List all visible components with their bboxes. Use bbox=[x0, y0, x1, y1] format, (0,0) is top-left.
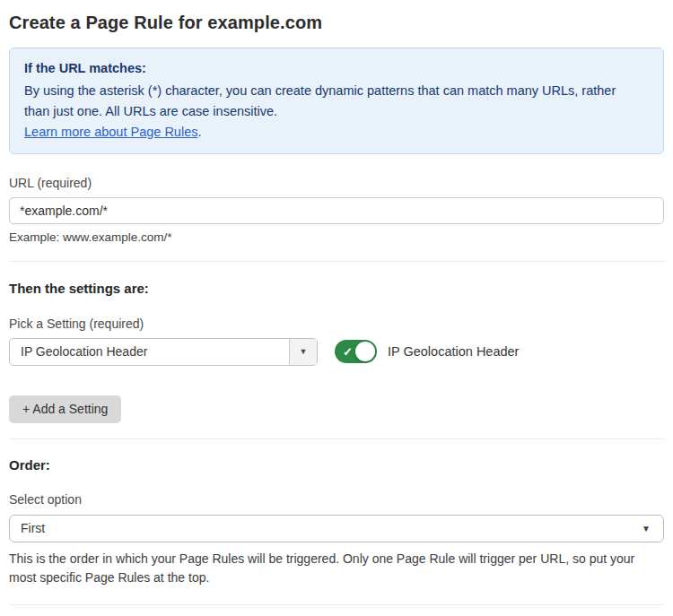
create-page-rule-form: Create a Page Rule for example.com If th… bbox=[0, 13, 673, 616]
info-box-link-line: Learn more about Page Rules. bbox=[24, 122, 649, 143]
toggle-knob bbox=[355, 342, 375, 361]
learn-more-link[interactable]: Learn more about Page Rules bbox=[24, 125, 197, 139]
setting-select[interactable]: IP Geolocation Header ▼ bbox=[9, 338, 318, 366]
order-section-heading: Order: bbox=[9, 457, 664, 473]
divider bbox=[9, 261, 664, 262]
divider bbox=[9, 438, 664, 439]
settings-section-heading: Then the settings are: bbox=[9, 281, 664, 296]
pick-setting-label: Pick a Setting (required) bbox=[9, 317, 664, 331]
order-helper-text: This is the order in which your Page Rul… bbox=[9, 550, 664, 588]
url-field-label: URL (required) bbox=[9, 176, 664, 190]
page-title: Create a Page Rule for example.com bbox=[9, 13, 664, 33]
check-icon: ✓ bbox=[343, 346, 353, 358]
url-input[interactable] bbox=[9, 197, 664, 224]
order-select[interactable]: First ▼ bbox=[9, 515, 664, 542]
info-box-body: By using the asterisk (*) character, you… bbox=[24, 81, 625, 122]
chevron-down-icon: ▼ bbox=[642, 524, 651, 534]
link-suffix: . bbox=[197, 125, 201, 139]
setting-select-arrow-button[interactable]: ▼ bbox=[289, 339, 317, 365]
add-setting-button[interactable]: + Add a Setting bbox=[9, 395, 121, 423]
toggle-label: IP Geolocation Header bbox=[388, 344, 519, 359]
setting-row: IP Geolocation Header ▼ ✓ IP Geolocation… bbox=[9, 338, 664, 366]
url-example-helper: Example: www.example.com/* bbox=[9, 230, 664, 244]
url-match-info-box: If the URL matches: By using the asteris… bbox=[9, 48, 664, 154]
divider bbox=[9, 604, 664, 605]
setting-select-value: IP Geolocation Header bbox=[10, 339, 289, 365]
chevron-down-icon: ▼ bbox=[300, 347, 308, 356]
ip-geolocation-toggle[interactable]: ✓ bbox=[335, 340, 377, 363]
select-option-label: Select option bbox=[9, 492, 664, 507]
order-select-value: First bbox=[21, 521, 642, 535]
info-box-heading: If the URL matches: bbox=[24, 58, 649, 79]
